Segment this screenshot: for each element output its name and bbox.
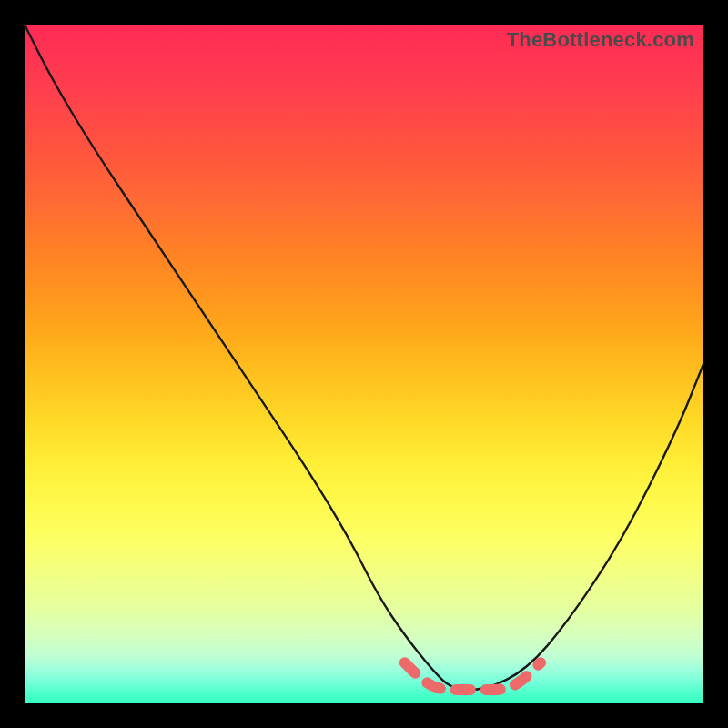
bottleneck-curve [25, 25, 703, 690]
optimal-range-marker [405, 662, 541, 690]
chart-frame: TheBottleneck.com [0, 0, 728, 728]
chart-overlay [25, 25, 703, 703]
plot-area: TheBottleneck.com [25, 25, 703, 703]
